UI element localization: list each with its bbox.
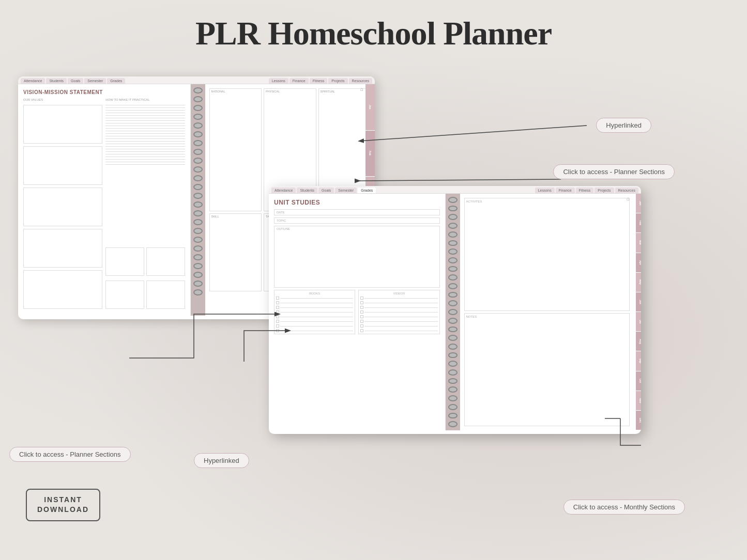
vm-title: VISION-MISSION STATEMENT xyxy=(23,89,185,95)
outline-label: OUTLINE xyxy=(277,227,437,230)
front-tab-attendance[interactable]: Attendance xyxy=(271,188,296,193)
tab-finance[interactable]: Finance xyxy=(289,78,309,84)
front-tab-lessons[interactable]: Lessons xyxy=(535,188,555,193)
books-checklist xyxy=(276,297,353,332)
callout-sections-bottom: Click to access - Planner Sections xyxy=(9,447,131,462)
tab-projects[interactable]: Projects xyxy=(328,78,347,84)
callout-sections-top: Click to access - Planner Sections xyxy=(553,164,675,179)
vm-box-5 xyxy=(23,270,102,309)
front-tab-students[interactable]: Students xyxy=(297,188,317,193)
activities-notes-page: ⌂ ACTIVITES NOTES Jan Feb Mar Apr May Ju… xyxy=(460,194,642,430)
front-tab-goals[interactable]: Goals xyxy=(318,188,334,193)
callout-monthly: Click to access - Monthly Sections xyxy=(563,500,685,515)
books-section: BOOKS xyxy=(274,290,355,334)
activities-label: ACTIVITES xyxy=(466,200,628,203)
tab-goals[interactable]: Goals xyxy=(68,78,83,84)
page-title: PLR Homeschool Planner xyxy=(0,0,747,63)
back-planner-tabs: Attendance Students Goals Semester Grade… xyxy=(18,76,375,84)
vm-col1-label: OUR VALUES xyxy=(23,98,102,101)
vision-mission-page: VISION-MISSION STATEMENT OUR VALUES HOW … xyxy=(18,84,191,316)
vm-box-2 xyxy=(23,146,102,185)
front-month-jan[interactable]: Jan xyxy=(636,194,641,213)
topic-label: TOPIC xyxy=(277,219,437,222)
front-tab-semester[interactable]: Semester xyxy=(335,188,357,193)
front-month-dec[interactable]: Dec xyxy=(636,411,641,430)
notes-label: NOTES xyxy=(466,315,628,318)
front-month-feb[interactable]: Feb xyxy=(636,213,641,233)
home-icon: ⌂ xyxy=(360,86,363,92)
front-tab-resources[interactable]: Resources xyxy=(615,188,638,193)
bottom-grid: BOOKS VIDEOS xyxy=(274,290,440,334)
home-icon-front: ⌂ xyxy=(627,196,630,201)
date-label: DATE xyxy=(277,211,437,214)
front-month-aug[interactable]: Aug xyxy=(636,332,641,351)
front-month-nov[interactable]: Nov xyxy=(636,391,641,411)
topic-field: TOPIC xyxy=(274,217,440,224)
front-month-oct[interactable]: Oct xyxy=(636,371,641,391)
books-label: BOOKS xyxy=(276,292,353,295)
tab-semester[interactable]: Semester xyxy=(84,78,106,84)
callout-hyperlinked-bottom: Hyperlinked xyxy=(194,453,249,468)
instant-download-badge: INSTANT DOWNLOAD xyxy=(26,489,100,521)
badge-text: INSTANT DOWNLOAD xyxy=(37,495,89,515)
front-planner-content: UNIT STUDIES DATE TOPIC OUTLINE BOOKS xyxy=(269,194,641,430)
front-tab-fitness[interactable]: Fitness xyxy=(576,188,594,193)
vm-box-1 xyxy=(23,105,102,144)
front-month-mar[interactable]: Mar xyxy=(636,233,641,253)
month-feb[interactable]: Feb xyxy=(365,131,375,177)
front-planner: Attendance Students Goals Semester Grade… xyxy=(269,186,641,434)
videos-section: VIDEOS xyxy=(358,290,439,334)
front-planner-tabs: Attendance Students Goals Semester Grade… xyxy=(269,186,641,194)
vm-box-4 xyxy=(23,229,102,268)
front-tab-grades[interactable]: Grades xyxy=(358,188,376,193)
svg-line-0 xyxy=(359,126,587,141)
front-month-sep[interactable]: Sep xyxy=(636,351,641,371)
videos-label: VIDEOS xyxy=(360,292,437,295)
front-month-jun[interactable]: Jun xyxy=(636,292,641,312)
callout-hyperlinked-top: Hyperlinked xyxy=(596,118,651,133)
front-tab-finance[interactable]: Finance xyxy=(556,188,575,193)
date-field: DATE xyxy=(274,209,440,215)
spiral-binding-front xyxy=(446,194,460,430)
front-month-jul[interactable]: Jul xyxy=(636,312,641,332)
front-month-may[interactable]: May xyxy=(636,273,641,292)
us-title: UNIT STUDIES xyxy=(274,199,440,206)
tab-grades[interactable]: Grades xyxy=(107,78,125,84)
tab-fitness[interactable]: Fitness xyxy=(310,78,328,84)
activities-section: ACTIVITES xyxy=(464,198,630,311)
month-tabs-front: Jan Feb Mar Apr May Jun Jul Aug Sep Oct … xyxy=(636,194,641,430)
videos-checklist xyxy=(360,297,437,332)
tab-resources[interactable]: Resources xyxy=(349,78,372,84)
spiral-binding-back xyxy=(191,84,205,316)
svg-line-1 xyxy=(359,179,561,181)
outline-box: OUTLINE xyxy=(274,226,440,288)
notes-section: NOTES xyxy=(464,313,630,426)
vm-box-3 xyxy=(23,188,102,226)
month-jan[interactable]: Jan xyxy=(365,84,375,131)
unit-studies-page: UNIT STUDIES DATE TOPIC OUTLINE BOOKS xyxy=(269,194,446,430)
vm-col2-label: HOW TO MAKE IT PRACTICAL xyxy=(105,98,185,101)
front-tab-projects[interactable]: Projects xyxy=(594,188,614,193)
front-month-apr[interactable]: Apr xyxy=(636,253,641,273)
tab-attendance[interactable]: Attendance xyxy=(21,78,45,84)
tab-students[interactable]: Students xyxy=(46,78,67,84)
tab-lessons[interactable]: Lessons xyxy=(269,78,288,84)
